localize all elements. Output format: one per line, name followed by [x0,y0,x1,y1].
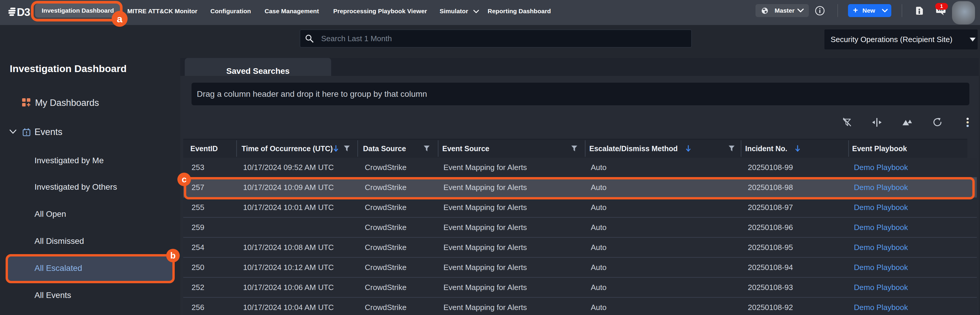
svg-text:D3: D3 [17,7,30,16]
